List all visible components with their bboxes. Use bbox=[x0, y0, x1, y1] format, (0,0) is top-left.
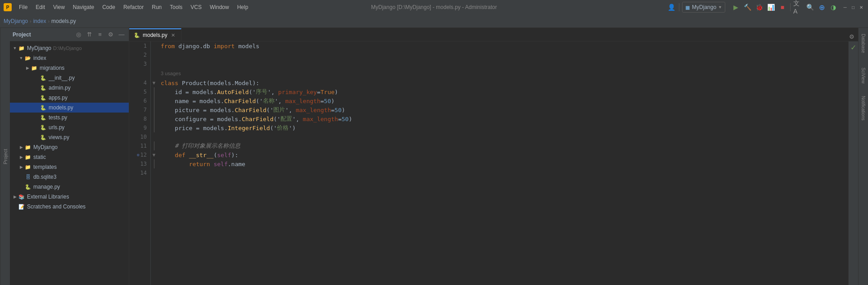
editor-settings-button[interactable]: ⚙ bbox=[847, 32, 856, 41]
arrow-static: ▶ bbox=[18, 154, 24, 160]
label-index: index bbox=[33, 55, 46, 61]
menu-help[interactable]: Help bbox=[234, 3, 252, 12]
fold-def[interactable]: ▼ bbox=[151, 150, 157, 159]
tree-item-init[interactable]: ▶ 🐍 __init__.py bbox=[10, 73, 129, 83]
tree-item-apps[interactable]: ▶ 🐍 apps.py bbox=[10, 93, 129, 103]
tree-options-button[interactable]: ≡ bbox=[95, 30, 104, 39]
token-comma2: ', bbox=[275, 98, 285, 104]
tree-item-static[interactable]: ▶ 📁 static bbox=[10, 152, 129, 162]
line-num-10: 10 bbox=[129, 132, 150, 141]
stop-button[interactable]: ■ bbox=[778, 2, 787, 12]
notifications-tool-label: Notifications bbox=[861, 96, 866, 120]
user-button[interactable]: 👤 bbox=[666, 2, 676, 12]
token-self1: self bbox=[217, 152, 231, 158]
menu-edit[interactable]: Edit bbox=[32, 3, 49, 12]
token-comma4: ', bbox=[292, 116, 303, 122]
breadcrumb-index[interactable]: index bbox=[33, 18, 46, 24]
maximize-button[interactable]: □ bbox=[850, 4, 856, 10]
menu-vcs[interactable]: VCS bbox=[187, 3, 205, 12]
menu-view[interactable]: View bbox=[50, 3, 68, 12]
settings-button[interactable]: ◑ bbox=[828, 2, 838, 12]
icon-external-libs: 📚 bbox=[18, 193, 25, 200]
menu-code[interactable]: Code bbox=[99, 3, 119, 12]
fold-line-7 bbox=[151, 105, 157, 114]
label-external-libs: External Libraries bbox=[27, 194, 69, 200]
tree-item-templates[interactable]: ▶ 📁 templates bbox=[10, 162, 129, 172]
token-str-mingcheng: 名称 bbox=[263, 97, 275, 105]
py-icon-tests: 🐍 bbox=[40, 114, 47, 121]
token-str-xuhao: 序号 bbox=[256, 88, 267, 96]
locate-file-button[interactable]: ◎ bbox=[74, 30, 83, 39]
breadcrumb-sep-2: › bbox=[48, 18, 50, 24]
minimize-button[interactable]: ─ bbox=[842, 4, 848, 10]
translate-button[interactable]: 文A bbox=[793, 2, 803, 12]
token-AutoField: AutoField bbox=[217, 89, 249, 95]
debug-button[interactable]: 🐞 bbox=[754, 2, 764, 12]
fold-line-9 bbox=[151, 123, 157, 132]
token-return: return bbox=[189, 161, 214, 167]
close-button[interactable]: ✕ bbox=[858, 4, 864, 10]
tree-item-index[interactable]: ▼ 📂 index bbox=[10, 53, 129, 63]
tree-item-tests[interactable]: ▶ 🐍 tests.py bbox=[10, 113, 129, 122]
tree-item-views[interactable]: ▶ 🐍 views.py bbox=[10, 132, 129, 142]
tree-item-urls[interactable]: ▶ 🐍 urls.py bbox=[10, 122, 129, 132]
settings-tree-button[interactable]: ⚙ bbox=[106, 30, 115, 39]
code-line-5: id = models.AutoField('序号', primary_key=… bbox=[161, 87, 848, 96]
search-button[interactable]: 🔍 bbox=[805, 2, 815, 12]
tree-item-scratches[interactable]: ▶ 📝 Scratches and Consoles bbox=[10, 202, 129, 212]
sciview-tool-label: SciView bbox=[861, 68, 866, 83]
py-icon-manage: 🐍 bbox=[24, 183, 32, 190]
menu-tools[interactable]: Tools bbox=[166, 3, 186, 12]
folder-icon-index: 📂 bbox=[24, 54, 32, 62]
tree-item-mydJango-inner[interactable]: ▶ 📁 MyDjango bbox=[10, 142, 129, 152]
token-max-length3: max_length bbox=[303, 116, 338, 122]
tree-item-db[interactable]: ▶ 🗄 db.sqlite3 bbox=[10, 172, 129, 182]
token-from: from bbox=[161, 43, 178, 50]
breadcrumb-mydJango[interactable]: MyDjango bbox=[4, 18, 28, 24]
token-name-assign: name = models. bbox=[161, 98, 224, 104]
update-button[interactable]: ⊕ bbox=[817, 2, 827, 12]
fold-line-14 bbox=[151, 168, 157, 177]
notifications-tool-button[interactable]: Notifications bbox=[859, 95, 868, 122]
sciview-tool-button[interactable]: SciView bbox=[859, 62, 868, 89]
code-line-1: from django.db import models bbox=[161, 41, 848, 50]
project-selector[interactable]: ◼ MyDjango ▼ bbox=[682, 2, 725, 13]
token-indent-def bbox=[161, 152, 175, 158]
hide-tree-button[interactable]: — bbox=[117, 30, 126, 39]
database-tool-button[interactable]: Database bbox=[859, 30, 868, 57]
menu-run[interactable]: Run bbox=[148, 3, 165, 12]
tree-item-admin[interactable]: ▶ 🐍 admin.py bbox=[10, 83, 129, 93]
build-button[interactable]: 🔨 bbox=[742, 2, 752, 12]
tree-item-manage[interactable]: ▶ 🐍 manage.py bbox=[10, 182, 129, 192]
collapse-all-button[interactable]: ⇈ bbox=[85, 30, 94, 39]
fold-empty-3 bbox=[151, 59, 157, 68]
code-content[interactable]: from django.db import models 3 usages cl… bbox=[157, 41, 848, 285]
profile-button[interactable]: 📊 bbox=[766, 2, 776, 12]
code-line-4: class Product(models.Model): bbox=[161, 78, 848, 87]
file-tree-panel: Project ◎ ⇈ ≡ ⚙ — ▼ 📁 MyDjango D:\MyDjan… bbox=[10, 28, 129, 285]
menu-refactor[interactable]: Refactor bbox=[120, 3, 147, 12]
tree-item-external-libs[interactable]: ▶ 📚 External Libraries bbox=[10, 192, 129, 202]
tree-item-migrations[interactable]: ▶ 📁 migrations bbox=[10, 63, 129, 73]
tab-models-py[interactable]: 🐍 models.py ✕ bbox=[129, 28, 181, 41]
project-panel-label[interactable]: Project bbox=[0, 28, 10, 285]
top-right-toolbar: 👤 ◼ MyDjango ▼ ▶ 🔨 🐞 📊 ■ 文A 🔍 ⊕ ◑ bbox=[666, 2, 842, 13]
menu-file[interactable]: File bbox=[15, 3, 31, 12]
line-num-4: 4 bbox=[129, 78, 150, 87]
project-label: Project bbox=[13, 32, 31, 38]
tab-close-models[interactable]: ✕ bbox=[170, 32, 176, 38]
run-button[interactable]: ▶ bbox=[731, 2, 741, 12]
tree-item-models[interactable]: ▶ 🐍 models.py bbox=[10, 103, 129, 113]
code-line-13: return self.name bbox=[161, 159, 848, 168]
token-num-50c: 50 bbox=[342, 116, 349, 122]
token-colon2: ): bbox=[231, 152, 239, 158]
menu-navigate[interactable]: Navigate bbox=[69, 3, 98, 12]
token-str-method: __str__ bbox=[189, 152, 214, 158]
project-selector-label: MyDjango bbox=[692, 4, 716, 10]
breadcrumb-models[interactable]: models.py bbox=[51, 18, 76, 24]
menu-window[interactable]: Window bbox=[206, 3, 233, 12]
status-ok-icon: ✓ bbox=[850, 43, 856, 52]
tree-item-mydJango-root[interactable]: ▼ 📁 MyDjango D:\MyDjango bbox=[10, 43, 129, 53]
fold-class[interactable]: ▼ bbox=[151, 78, 157, 87]
token-num-50b: 50 bbox=[335, 107, 342, 113]
